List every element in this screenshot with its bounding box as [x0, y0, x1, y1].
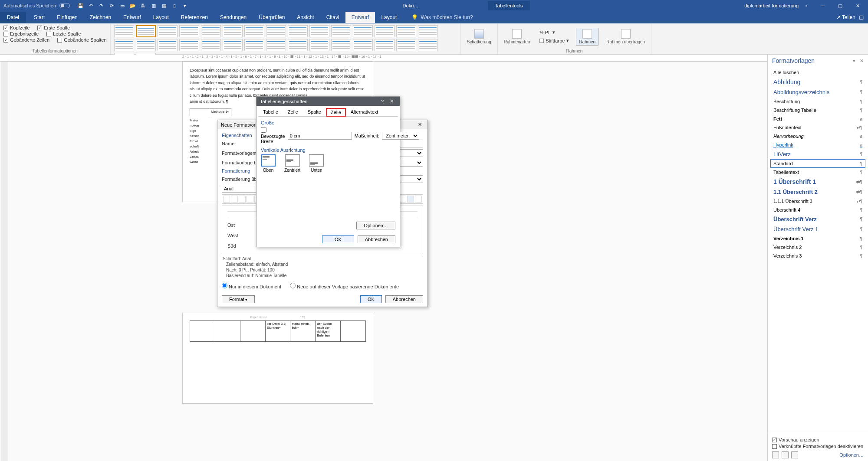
table-style-swatch[interactable] — [136, 39, 156, 51]
tp-tab-alttext[interactable]: Alternativtext — [346, 108, 383, 116]
print-preview-icon[interactable]: ▥ — [151, 3, 157, 9]
table-icon[interactable]: ▦ — [161, 3, 167, 9]
table-style-swatch[interactable] — [114, 25, 134, 37]
menu-references[interactable]: Referenzen — [175, 12, 214, 23]
chk-banded-cols[interactable]: Gebänderte Spalten — [57, 37, 106, 43]
menu-review[interactable]: Überprüfen — [253, 12, 291, 23]
border-styles-button[interactable]: Rahmenarten — [501, 28, 533, 45]
menu-view[interactable]: Ansicht — [291, 12, 320, 23]
table-style-swatch[interactable] — [309, 25, 329, 37]
style-item[interactable]: Verzeichnis 1¶ — [770, 234, 865, 243]
table-style-swatch[interactable] — [266, 25, 286, 37]
menu-layout[interactable]: Layout — [147, 12, 175, 23]
table-style-swatch[interactable] — [353, 25, 373, 37]
select-unit[interactable]: Zentimeter — [382, 132, 419, 140]
table-style-swatch[interactable] — [418, 25, 438, 37]
style-item[interactable]: Standard¶ — [770, 159, 865, 168]
valign-center[interactable]: Zentriert — [284, 154, 300, 173]
table-style-swatch[interactable] — [179, 39, 199, 51]
style-item[interactable]: Hyperlinka — [770, 141, 865, 149]
style-item[interactable]: Überschrift Verz¶ — [770, 214, 865, 224]
new-doc-icon[interactable]: ▭ — [119, 3, 125, 9]
comments-icon[interactable]: ▢ — [859, 14, 864, 20]
chk-banded-rows[interactable]: ✓Gebänderte Zeilen — [3, 37, 49, 43]
window-state-icon[interactable]: ▫ — [802, 3, 811, 8]
style-item[interactable]: 1 Überschrift 1⇄¶ — [770, 177, 865, 187]
menu-citavi[interactable]: Citavi — [320, 12, 345, 23]
tp-tab-table[interactable]: Tabelle — [258, 108, 283, 116]
styles-list[interactable]: Alle löschen Abbildung¶Abbildungsverzeic… — [768, 67, 868, 433]
tell-me[interactable]: 💡 Was möchten Sie tun? — [411, 14, 473, 20]
table-style-swatch[interactable] — [396, 39, 416, 51]
share-button[interactable]: ↗ Teilen — [836, 14, 855, 20]
style-item[interactable]: Hervorhebunga — [770, 132, 865, 141]
shading-button[interactable]: Schattierung — [464, 28, 494, 45]
close-button[interactable]: ✕ — [849, 0, 866, 11]
radio-new-docs[interactable]: Neue auf dieser Vorlage basierende Dokum… — [290, 283, 399, 289]
table-style-swatch[interactable] — [158, 25, 178, 37]
table-style-swatch[interactable] — [223, 25, 243, 37]
styles-options-link[interactable]: Optionen… — [839, 452, 864, 458]
menu-insert[interactable]: Einfügen — [51, 12, 83, 23]
undo-icon[interactable]: ↶ — [88, 3, 94, 9]
table-style-swatch[interactable] — [201, 25, 221, 37]
menu-draw[interactable]: Zeichnen — [84, 12, 117, 23]
new-style-cancel-button[interactable]: Abbrechen — [385, 295, 423, 303]
style-item[interactable]: Verzeichnis 2¶ — [770, 243, 865, 252]
table-style-swatch[interactable] — [223, 39, 243, 51]
table-style-swatch[interactable] — [244, 25, 264, 37]
pen-color[interactable]: Stiftfarbe ▾ — [538, 37, 571, 44]
table-style-swatch[interactable] — [331, 25, 351, 37]
tp-tab-column[interactable]: Spalte — [303, 108, 326, 116]
new-style-close-button[interactable]: ✕ — [415, 122, 424, 128]
borders-button[interactable]: Rahmen — [576, 28, 598, 46]
table-style-swatch[interactable] — [396, 25, 416, 37]
tp-help-button[interactable]: ? — [378, 99, 387, 104]
table-style-swatch[interactable] — [266, 39, 286, 51]
document-page-2[interactable]: Ergebnissen 10¶ der Datei 3-6 Stunden¤ m… — [182, 313, 373, 404]
style-item[interactable]: Tabellentext¶ — [770, 168, 865, 177]
tp-cancel-button[interactable]: Abbrechen — [358, 235, 395, 243]
table-style-swatch[interactable] — [114, 39, 134, 51]
style-item[interactable]: Fußnotentext⇄¶ — [770, 123, 865, 132]
tp-tab-cell[interactable]: Zelle — [326, 108, 346, 117]
style-item[interactable]: Überschrift Verz 1¶ — [770, 224, 865, 234]
style-inspector-button[interactable] — [782, 451, 789, 458]
print-icon[interactable]: 🖶 — [140, 3, 146, 9]
pen-width[interactable]: ½ Pt. ▾ — [538, 29, 571, 36]
document-table[interactable]: Methode 1¤ — [190, 108, 231, 116]
new-style-ok-button[interactable]: OK — [360, 295, 382, 303]
tp-options-button[interactable]: Optionen… — [356, 222, 395, 229]
table-style-swatch[interactable] — [418, 39, 438, 51]
valign-bottom[interactable]: Unten — [309, 154, 324, 173]
table-style-swatch[interactable] — [244, 39, 264, 51]
tp-tab-row[interactable]: Zeile — [283, 108, 303, 116]
border-painter-button[interactable]: Rahmen übertragen — [604, 28, 648, 45]
chk-disable-linked[interactable]: Verknüpfte Formatvorlagen deaktivieren — [772, 444, 864, 449]
styles-close-icon[interactable]: ✕ — [860, 58, 864, 64]
save-icon[interactable]: 💾 — [78, 3, 84, 9]
chk-header-row[interactable]: ✓Kopfzeile — [3, 25, 30, 30]
qat-more-icon[interactable]: ▾ — [182, 3, 188, 9]
table-style-swatch[interactable] — [201, 39, 221, 51]
style-item[interactable]: Verzeichnis 3¶ — [770, 252, 865, 260]
table-style-swatch[interactable] — [288, 25, 308, 37]
style-item[interactable]: LitVerz¶ — [770, 149, 865, 159]
vertical-ruler[interactable] — [1, 62, 8, 461]
blank-doc-icon[interactable]: ▯ — [171, 3, 178, 9]
minimize-button[interactable]: ─ — [814, 0, 832, 11]
maximize-button[interactable]: ▢ — [832, 0, 849, 11]
manage-styles-button[interactable] — [791, 451, 798, 458]
menu-start[interactable]: Start — [28, 12, 51, 23]
styles-dropdown-icon[interactable]: ▾ — [853, 58, 855, 64]
table-style-swatch[interactable] — [158, 39, 178, 51]
menu-design[interactable]: Entwurf — [117, 12, 147, 23]
radio-this-doc[interactable]: Nur in diesem Dokument — [222, 283, 281, 289]
table-style-swatch[interactable] — [309, 39, 329, 51]
style-item[interactable]: 1.1.1 Überschrift 3⇄¶ — [770, 197, 865, 206]
style-item[interactable]: 1.1 Überschrift 2⇄¶ — [770, 187, 865, 197]
tp-titlebar[interactable]: Tabelleneigenschaften ? ✕ — [256, 97, 400, 106]
redo-icon[interactable]: ↷ — [99, 3, 105, 9]
style-item[interactable]: Beschriftung¶ — [770, 97, 865, 106]
menu-table-layout[interactable]: Layout — [375, 12, 403, 23]
